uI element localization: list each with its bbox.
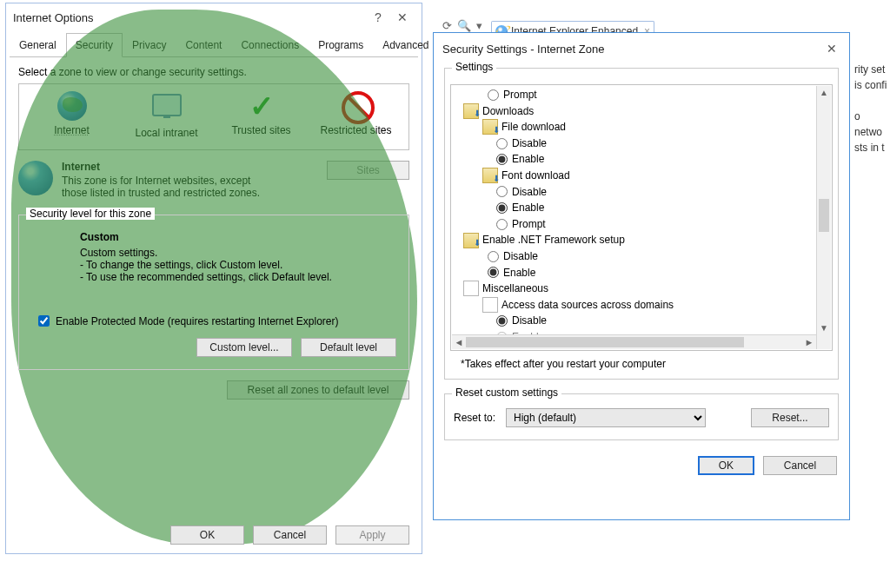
node-file-download[interactable]: File download	[482, 119, 832, 135]
security-level-group: Security level for this zone Custom Cust…	[18, 215, 409, 370]
settings-group: Settings Prompt Downloads File download …	[444, 68, 839, 380]
titlebar: Security Settings - Internet Zone ✕	[434, 33, 849, 63]
scroll-up-icon[interactable]: ▲	[817, 87, 831, 99]
ok-button[interactable]: OK	[170, 525, 244, 545]
opt-file-enable[interactable]: Enable	[496, 151, 832, 168]
group-legend: Reset custom settings	[452, 386, 561, 399]
opt-font-disable[interactable]: Disable	[496, 184, 832, 201]
reset-level-select[interactable]: High (default)	[506, 408, 706, 427]
scroll-down-icon[interactable]: ▼	[817, 322, 831, 334]
tab-advanced[interactable]: Advanced	[373, 33, 438, 56]
opt-dotnet-disable[interactable]: Disable	[488, 248, 832, 265]
dialog-footer: OK Cancel	[444, 456, 839, 475]
close-button[interactable]: ✕	[820, 40, 844, 57]
reset-to-label: Reset to:	[454, 412, 495, 424]
node-misc[interactable]: Miscellaneous	[463, 281, 832, 297]
vertical-scrollbar[interactable]: ▲ ▼	[816, 86, 831, 349]
globe-icon	[18, 161, 53, 195]
security-settings-dialog: Security Settings - Internet Zone ✕ Sett…	[433, 32, 850, 520]
download-icon	[463, 103, 479, 119]
opt-dotnet-enable[interactable]: Enable	[488, 265, 832, 281]
opt-font-prompt[interactable]: Prompt	[496, 216, 832, 233]
reset-button[interactable]: Reset...	[751, 408, 829, 427]
level-line: - To use the recommended settings, click…	[80, 271, 396, 283]
group-legend: Settings	[452, 61, 496, 73]
zone-description: Internet This zone is for Internet websi…	[18, 161, 409, 199]
page-icon	[482, 297, 498, 313]
epm-checkbox[interactable]	[38, 315, 50, 327]
enable-protected-mode[interactable]: Enable Protected Mode (requires restarti…	[35, 313, 396, 329]
node-downloads[interactable]: Downloads	[463, 103, 832, 120]
dialog-title: Internet Options	[13, 11, 94, 24]
internet-options-dialog: Internet Options ? ✕ General Security Pr…	[5, 3, 422, 554]
page-icon	[463, 281, 479, 296]
scroll-right-icon[interactable]: ►	[802, 335, 816, 349]
scroll-thumb[interactable]	[466, 337, 744, 347]
node-dotnet[interactable]: Enable .NET Framework setup	[463, 232, 832, 248]
epm-label: Enable Protected Mode (requires restarti…	[56, 315, 339, 327]
reset-custom-group: Reset custom settings Reset to: High (de…	[444, 393, 839, 440]
opt-access-disable[interactable]: Disable	[496, 313, 832, 329]
cancel-button[interactable]: Cancel	[763, 456, 837, 475]
level-line: Custom settings.	[80, 247, 396, 259]
scroll-left-icon[interactable]: ◄	[452, 335, 466, 349]
cancel-button[interactable]: Cancel	[253, 525, 327, 545]
opt-prompt[interactable]: Prompt	[488, 87, 832, 103]
page-text-fragment: rity set is confi o netwo sts in t	[854, 62, 890, 155]
custom-level-button[interactable]: Custom level...	[196, 338, 292, 357]
search-icon: 🔍	[457, 19, 471, 32]
opt-font-enable[interactable]: Enable	[496, 200, 832, 216]
default-level-button[interactable]: Default level	[301, 338, 396, 357]
download-icon	[482, 168, 498, 183]
download-icon	[463, 233, 479, 248]
refresh-icon: ⟳	[442, 19, 452, 32]
node-font-download[interactable]: Font download	[482, 168, 832, 184]
restart-note: *Takes effect after you restart your com…	[461, 358, 829, 370]
opt-file-disable[interactable]: Disable	[496, 135, 832, 152]
download-icon	[482, 119, 498, 135]
tab-general[interactable]: General	[10, 33, 66, 56]
group-legend: Security level for this zone	[26, 208, 155, 220]
apply-button[interactable]: Apply	[335, 525, 409, 545]
node-access-data[interactable]: Access data sources across domains	[482, 297, 832, 314]
ok-button[interactable]: OK	[698, 456, 754, 475]
tab-programs[interactable]: Programs	[309, 33, 373, 56]
help-button[interactable]: ?	[366, 9, 390, 26]
scroll-thumb[interactable]	[819, 199, 829, 232]
browser-toolbar-fragment: ⟳ 🔍 ▾	[442, 19, 482, 32]
horizontal-scrollbar[interactable]: ◄ ►	[452, 334, 816, 349]
dialog-title: Security Settings - Internet Zone	[442, 43, 604, 56]
settings-tree[interactable]: Prompt Downloads File download Disable E…	[450, 84, 833, 351]
level-name: Custom	[80, 231, 396, 243]
close-button[interactable]: ✕	[390, 9, 415, 26]
dialog-footer: OK Cancel Apply	[170, 525, 409, 545]
level-line: - To change the settings, click Custom l…	[80, 259, 396, 271]
